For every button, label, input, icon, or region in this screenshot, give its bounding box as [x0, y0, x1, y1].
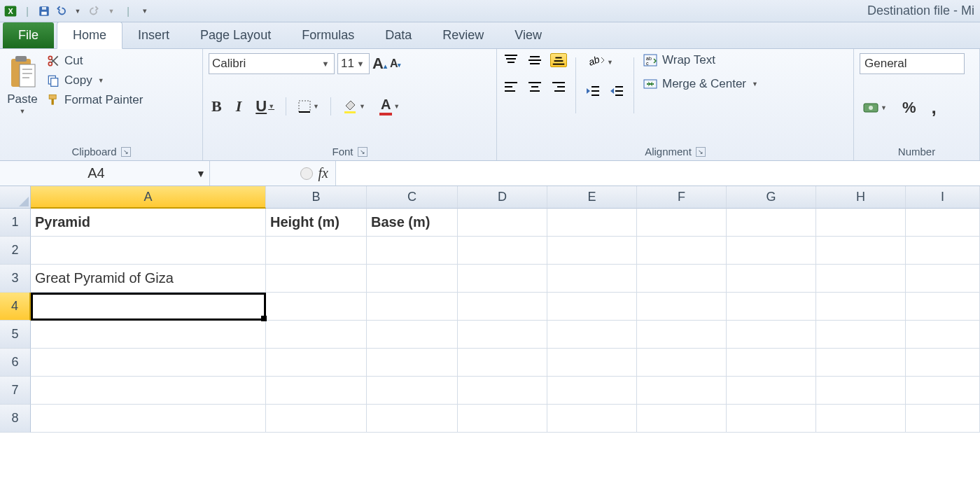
copy-dropdown-icon[interactable]: ▼ — [97, 77, 104, 84]
comma-button[interactable]: , — [928, 95, 939, 120]
cell-g8[interactable] — [727, 405, 816, 433]
chevron-down-icon[interactable]: ▼ — [312, 103, 319, 110]
cell-d3[interactable] — [458, 265, 547, 293]
cell-d7[interactable] — [458, 377, 547, 405]
cell-i1[interactable] — [906, 209, 980, 237]
tab-insert[interactable]: Insert — [122, 22, 185, 48]
tab-review[interactable]: Review — [427, 22, 499, 48]
chevron-down-icon[interactable]: ▼ — [267, 103, 274, 110]
cell-f3[interactable] — [637, 265, 727, 293]
cell-f2[interactable] — [637, 237, 727, 265]
cell-f7[interactable] — [637, 377, 727, 405]
cell-d4[interactable] — [458, 293, 547, 321]
col-header-f[interactable]: F — [637, 186, 727, 209]
copy-button[interactable]: Copy ▼ — [45, 73, 144, 88]
cell-c1[interactable]: Base (m) — [367, 209, 458, 237]
redo-icon[interactable] — [87, 4, 102, 19]
cell-h5[interactable] — [816, 321, 906, 349]
row-header-6[interactable]: 6 — [0, 349, 31, 377]
cell-f8[interactable] — [637, 405, 727, 433]
cell-g1[interactable] — [727, 209, 816, 237]
cell-b2[interactable] — [266, 237, 367, 265]
orientation-button[interactable]: ab ▼ — [584, 53, 616, 71]
cell-b1[interactable]: Height (m) — [266, 209, 367, 237]
cell-b7[interactable] — [266, 377, 367, 405]
alignment-dialog-launcher-icon[interactable]: ↘ — [696, 147, 706, 157]
increase-indent-button[interactable] — [608, 84, 625, 98]
font-size-combo[interactable]: 11 ▼ — [337, 53, 370, 74]
select-all-corner[interactable] — [0, 186, 31, 209]
cell-d1[interactable] — [458, 209, 547, 237]
col-header-b[interactable]: B — [266, 186, 367, 209]
percent-button[interactable]: % — [899, 97, 919, 118]
cell-f4[interactable] — [637, 293, 727, 321]
cell-f5[interactable] — [637, 321, 727, 349]
col-header-g[interactable]: G — [727, 186, 816, 209]
cell-i4[interactable] — [906, 293, 980, 321]
font-dialog-launcher-icon[interactable]: ↘ — [358, 147, 368, 157]
cell-e3[interactable] — [547, 265, 637, 293]
cell-i6[interactable] — [906, 349, 980, 377]
cell-e8[interactable] — [547, 405, 637, 433]
name-box[interactable]: A4 — [0, 162, 192, 184]
format-painter-button[interactable]: Format Painter — [45, 92, 144, 108]
cell-g2[interactable] — [727, 237, 816, 265]
cell-c2[interactable] — [367, 237, 458, 265]
row-header-3[interactable]: 3 — [0, 265, 31, 293]
align-middle-button[interactable] — [526, 53, 543, 67]
decrease-indent-button[interactable] — [584, 84, 601, 98]
cell-a6[interactable] — [31, 349, 266, 377]
align-center-button[interactable] — [526, 80, 543, 94]
cell-h3[interactable] — [816, 265, 906, 293]
undo-dropdown-icon[interactable]: ▼ — [70, 4, 85, 19]
row-header-1[interactable]: 1 — [0, 209, 31, 237]
italic-button[interactable]: I — [233, 96, 245, 117]
wrap-text-button[interactable]: abc Wrap Text — [643, 53, 758, 67]
row-header-4[interactable]: 4 — [0, 293, 31, 321]
col-header-a[interactable]: A — [31, 186, 266, 209]
col-header-c[interactable]: C — [367, 186, 458, 209]
formula-input[interactable] — [336, 161, 980, 186]
cell-e4[interactable] — [547, 293, 637, 321]
cell-b3[interactable] — [266, 265, 367, 293]
col-header-d[interactable]: D — [458, 186, 547, 209]
align-top-button[interactable] — [503, 53, 519, 67]
chevron-down-icon[interactable]: ▼ — [750, 80, 758, 88]
cell-h4[interactable] — [816, 293, 906, 321]
cell-e6[interactable] — [547, 349, 637, 377]
tab-page-layout[interactable]: Page Layout — [185, 22, 286, 48]
cell-c4[interactable] — [367, 293, 458, 321]
align-bottom-button[interactable] — [550, 53, 567, 67]
cell-a7[interactable] — [31, 377, 266, 405]
col-header-h[interactable]: H — [816, 186, 906, 209]
cell-i2[interactable] — [906, 237, 980, 265]
chevron-down-icon[interactable]: ▼ — [606, 59, 613, 66]
cell-f1[interactable] — [637, 209, 727, 237]
cell-a3[interactable]: Great Pyramid of Giza — [31, 265, 266, 293]
cell-a8[interactable] — [31, 405, 266, 433]
cell-h8[interactable] — [816, 405, 906, 433]
cell-g4[interactable] — [727, 293, 816, 321]
cut-button[interactable]: Cut — [45, 53, 144, 69]
cell-g3[interactable] — [727, 265, 816, 293]
col-header-i[interactable]: I — [906, 186, 980, 209]
cell-e7[interactable] — [547, 377, 637, 405]
customize-qat-icon[interactable]: ▾ — [137, 4, 153, 19]
paste-dropdown-icon[interactable]: ▼ — [20, 108, 26, 115]
cell-d8[interactable] — [458, 405, 547, 433]
cell-f6[interactable] — [637, 349, 727, 377]
cell-c5[interactable] — [367, 321, 458, 349]
align-right-button[interactable] — [550, 80, 567, 94]
chevron-down-icon[interactable]: ▼ — [355, 59, 366, 68]
cell-h1[interactable] — [816, 209, 906, 237]
tab-view[interactable]: View — [499, 22, 557, 48]
cell-i8[interactable] — [906, 405, 980, 433]
cell-b4[interactable] — [266, 293, 367, 321]
file-tab[interactable]: File — [3, 22, 54, 48]
cell-c8[interactable] — [367, 405, 458, 433]
cell-a4[interactable] — [31, 293, 266, 321]
cell-i5[interactable] — [906, 321, 980, 349]
border-button[interactable]: ▼ — [295, 98, 322, 115]
cell-g6[interactable] — [727, 349, 816, 377]
row-header-5[interactable]: 5 — [0, 321, 31, 349]
